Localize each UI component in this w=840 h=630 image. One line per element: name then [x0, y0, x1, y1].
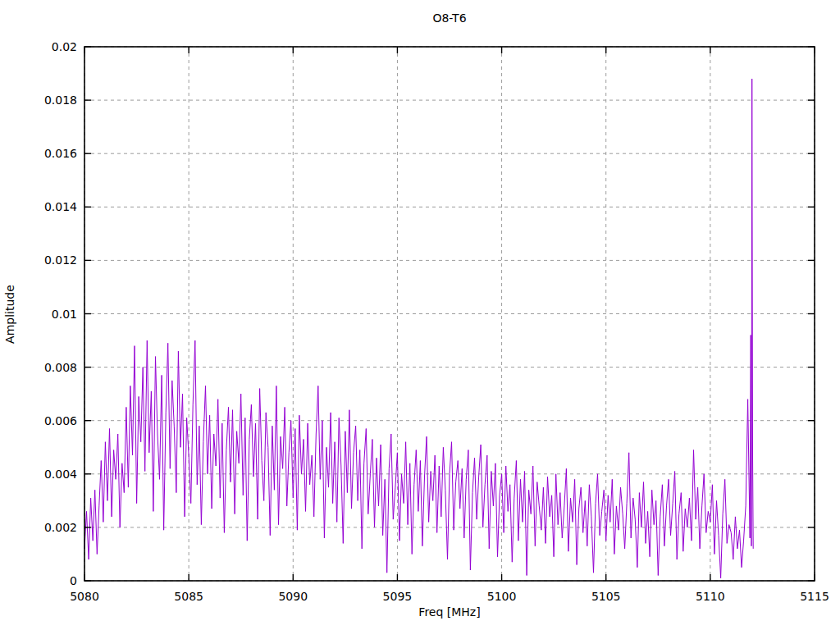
y-tick-label: 0.012	[44, 253, 77, 267]
chart-figure: O8-T6 Amplitude Freq [MHz] 5080508550905…	[0, 0, 840, 630]
y-tick-label: 0.002	[44, 521, 77, 534]
x-tick-label: 5095	[383, 590, 413, 603]
y-tick-label: 0.01	[52, 308, 77, 321]
y-tick-label: 0	[70, 574, 77, 587]
y-axis-label: Amplitude	[3, 285, 16, 344]
x-tick-label: 5115	[800, 590, 829, 603]
x-tick-label: 5105	[591, 590, 621, 603]
x-axis-label: Freq [MHz]	[84, 605, 815, 619]
x-tick-label: 5110	[696, 590, 725, 603]
y-tick-label: 0.006	[44, 414, 77, 427]
x-tick-label: 5090	[278, 590, 308, 603]
x-tick-label: 5100	[487, 590, 517, 603]
y-tick-label: 0.008	[44, 361, 77, 374]
chart-canvas: 5080508550905095510051055110511500.0020.…	[0, 0, 840, 630]
y-tick-label: 0.018	[44, 94, 77, 107]
x-tick-label: 5080	[70, 590, 99, 603]
y-tick-label: 0.014	[44, 200, 77, 213]
x-tick-label: 5085	[174, 590, 203, 603]
chart-title: O8-T6	[84, 11, 815, 25]
y-tick-label: 0.016	[44, 147, 77, 160]
y-tick-label: 0.02	[52, 40, 77, 53]
y-tick-label: 0.004	[44, 468, 77, 481]
